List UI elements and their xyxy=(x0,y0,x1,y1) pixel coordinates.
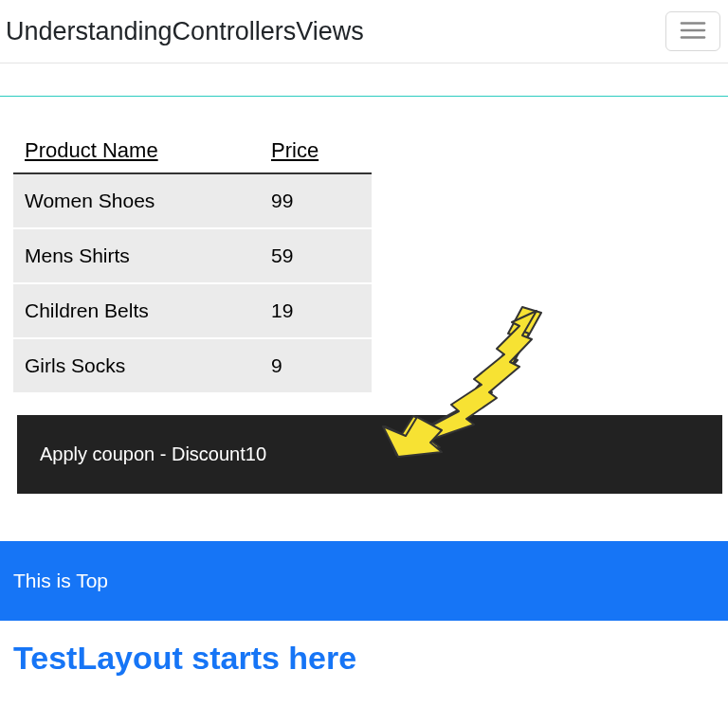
coupon-banner: Apply coupon - Discount10 xyxy=(17,415,722,494)
cell-price: 9 xyxy=(260,338,372,393)
table-row: Children Belts 19 xyxy=(13,283,372,338)
navbar: UnderstandingControllersViews xyxy=(0,0,728,63)
navbar-toggle-button[interactable] xyxy=(665,11,720,51)
hamburger-icon xyxy=(680,19,706,45)
cell-price: 19 xyxy=(260,283,372,338)
top-bar: This is Top xyxy=(0,541,728,621)
cell-price: 59 xyxy=(260,228,372,283)
cell-name: Girls Socks xyxy=(13,338,260,393)
layout-heading: TestLayout starts here xyxy=(0,621,728,680)
top-bar-text: This is Top xyxy=(13,570,108,591)
main-content: Product Name Price Women Shoes 99 Mens S… xyxy=(0,97,728,532)
brand-title[interactable]: UnderstandingControllersViews xyxy=(6,17,364,46)
product-table: Product Name Price Women Shoes 99 Mens S… xyxy=(13,129,372,394)
cell-price: 99 xyxy=(260,173,372,228)
cell-name: Women Shoes xyxy=(13,173,260,228)
cell-name: Mens Shirts xyxy=(13,228,260,283)
table-row: Women Shoes 99 xyxy=(13,173,372,228)
header-product: Product Name xyxy=(13,129,260,173)
header-price: Price xyxy=(260,129,372,173)
coupon-text: Apply coupon - Discount10 xyxy=(40,443,266,464)
table-row: Girls Socks 9 xyxy=(13,338,372,393)
table-row: Mens Shirts 59 xyxy=(13,228,372,283)
cell-name: Children Belts xyxy=(13,283,260,338)
